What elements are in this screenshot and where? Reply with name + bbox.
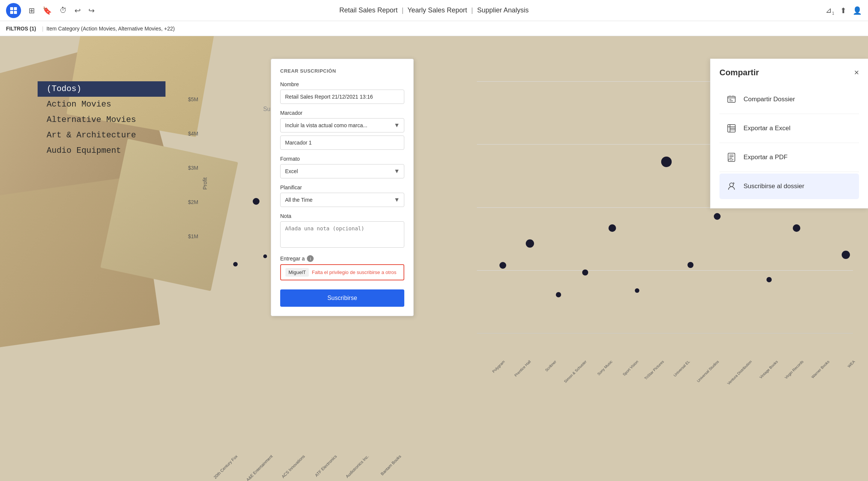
nav-icons: ⊞ 🔖 ⏱ ↩ ↪ [29, 6, 95, 15]
subscription-panel-title: CREAR SUSCRIPCIÓN [280, 68, 404, 74]
share-panel: Compartir × Compartir Dossier [710, 59, 868, 209]
share-item-pdf[interactable]: PDF Exportar a PDF [719, 145, 859, 170]
bookmark-icon[interactable]: 🔖 [42, 6, 52, 15]
scatter-dot [766, 277, 772, 282]
scatter-dot [526, 239, 534, 248]
export-pdf-icon: PDF [725, 151, 737, 163]
subscription-panel: CREAR SUSCRIPCIÓN Nombre Marcador Inclui… [271, 59, 414, 316]
share-item-subscribe[interactable]: Suscribirse al dossier [719, 174, 859, 199]
filter-text: Item Category (Action Movies, Alternativ… [46, 26, 175, 32]
y-label-2m: $2M [188, 199, 198, 205]
category-audio-equipment[interactable]: Audio Equipment [38, 143, 165, 158]
filter-bar: FILTROS (1) | Item Category (Action Movi… [0, 21, 868, 36]
chart-dot-left2 [233, 262, 238, 266]
main-area: (Todos) Action Movies Alternative Movies… [0, 36, 868, 481]
nombre-group: Nombre [280, 81, 404, 104]
entregar-input-area[interactable]: MiguelT Falta el privilegio de suscribir… [280, 264, 404, 280]
export-pdf-label: Exportar a PDF [744, 154, 788, 161]
entregar-chip: MiguelT [285, 268, 309, 277]
chart-y-labels: $5M $4M $3M $2M $1M [188, 96, 198, 239]
formato-select-wrapper: Excel PDF CSV ▼ [280, 164, 404, 178]
subscribe-dossier-label: Suscribirse al dossier [744, 183, 804, 190]
nav-right-actions: ⊿1 ⬆ 👤 [826, 6, 862, 15]
entregar-section: Entregar a i MiguelT Falta el privilegio… [280, 255, 404, 280]
marcador-select[interactable]: Incluir la vista actual como marca... [280, 118, 404, 132]
app-logo[interactable] [6, 3, 21, 18]
filter-icon[interactable]: ⊿1 [826, 6, 834, 15]
entregar-label-row: Entregar a i [280, 255, 404, 262]
nombre-label: Nombre [280, 81, 404, 87]
nombre-input[interactable] [280, 90, 404, 104]
scatter-dot [609, 224, 616, 232]
info-icon[interactable]: i [307, 255, 314, 262]
scatter-dot [842, 251, 850, 259]
scatter-dot [687, 262, 693, 268]
chart-dot-left3 [263, 254, 267, 258]
scatter-dot [793, 224, 800, 232]
entregar-label-text: Entregar a [280, 256, 305, 262]
top-navigation: ⊞ 🔖 ⏱ ↩ ↪ Retail Sales Report | Yearly S… [0, 0, 868, 21]
scatter-dot [499, 262, 506, 269]
share-dossier-icon [725, 93, 737, 105]
scatter-dot [582, 269, 588, 276]
y-label-1m: $1M [188, 233, 198, 239]
undo-icon[interactable]: ↩ [74, 6, 81, 15]
left-x-labels: 20th Century Fox A&E Entertainment ACS I… [203, 454, 399, 458]
page-title: Retail Sales Report | Yearly Sales Repor… [339, 6, 529, 14]
filter-label: FILTROS (1) [6, 26, 36, 32]
scatter-dot [661, 157, 672, 167]
filter-separator: | [42, 26, 44, 32]
share-header: Compartir × [719, 68, 859, 78]
nota-textarea[interactable] [280, 221, 404, 248]
subscribe-button[interactable]: Suscribirse [280, 289, 404, 307]
svg-rect-2 [10, 11, 13, 14]
table-icon[interactable]: ⊞ [29, 6, 35, 15]
share-title: Compartir [719, 68, 759, 78]
category-alternative-movies[interactable]: Alternative Movies [38, 112, 165, 128]
scatter-x-labels: Polygram Prentice Hall Scribner Simon & … [477, 356, 853, 364]
scatter-dot [556, 292, 561, 297]
share-close-button[interactable]: × [854, 68, 859, 78]
export-excel-label: Exportar a Excel [744, 125, 791, 132]
svg-rect-0 [10, 7, 13, 10]
redo-icon[interactable]: ↪ [88, 6, 95, 15]
planificar-select[interactable]: All the Time Daily Weekly Monthly [280, 193, 404, 207]
svg-rect-3 [14, 11, 17, 14]
share-item-excel[interactable]: Exportar a Excel [719, 116, 859, 141]
y-label-3m: $3M [188, 165, 198, 171]
nota-label: Nota [280, 213, 404, 219]
formato-label: Formato [280, 156, 404, 162]
history-icon[interactable]: ⏱ [59, 6, 67, 15]
formato-group: Formato Excel PDF CSV ▼ [280, 156, 404, 178]
divider-3 [719, 172, 859, 172]
y-label-5m: $5M [188, 96, 198, 102]
planificar-group: Planificar All the Time Daily Weekly Mon… [280, 184, 404, 207]
export-excel-icon [725, 122, 737, 134]
divider-1 [719, 114, 859, 114]
chart-dot-left [253, 198, 259, 205]
svg-rect-4 [728, 96, 735, 102]
svg-text:PDF: PDF [728, 158, 734, 161]
nota-group: Nota [280, 213, 404, 249]
category-panel: (Todos) Action Movies Alternative Movies… [38, 81, 165, 158]
divider-2 [719, 143, 859, 143]
planificar-select-wrapper: All the Time Daily Weekly Monthly ▼ [280, 193, 404, 207]
category-art-architecture[interactable]: Art & Architecture [38, 128, 165, 143]
entregar-error-message: Falta el privilegio de suscribirse a otr… [312, 269, 396, 275]
category-action-movies[interactable]: Action Movies [38, 97, 165, 112]
user-icon[interactable]: 👤 [853, 6, 862, 15]
y-label-4m: $4M [188, 131, 198, 137]
marcador-label: Marcador [280, 110, 404, 116]
share-icon[interactable]: ⬆ [840, 6, 847, 15]
formato-select[interactable]: Excel PDF CSV [280, 164, 404, 178]
profit-axis-label: Profit [202, 177, 208, 190]
share-item-dossier[interactable]: Compartir Dossier [719, 87, 859, 112]
share-dossier-label: Compartir Dossier [744, 96, 795, 103]
category-todos[interactable]: (Todos) [38, 81, 165, 97]
subscribe-icon [725, 180, 737, 192]
planificar-label: Planificar [280, 184, 404, 190]
marcador-note-input[interactable] [280, 135, 404, 150]
marcador-group: Marcador Incluir la vista actual como ma… [280, 110, 404, 150]
scatter-dot [635, 288, 639, 293]
marcador-select-wrapper: Incluir la vista actual como marca... ▼ [280, 118, 404, 132]
